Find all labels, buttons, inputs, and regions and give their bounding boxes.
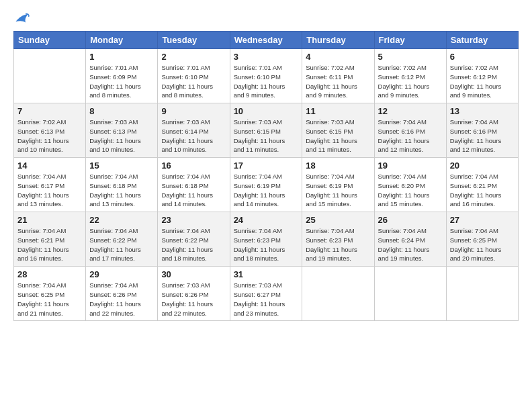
day-info: Sunrise: 7:04 AM Sunset: 6:18 PM Dayligh…	[161, 172, 226, 209]
day-number: 25	[306, 215, 370, 225]
calendar-cell: 16Sunrise: 7:04 AM Sunset: 6:18 PM Dayli…	[158, 158, 230, 212]
day-info: Sunrise: 7:04 AM Sunset: 6:16 PM Dayligh…	[378, 118, 443, 154]
calendar-cell: 19Sunrise: 7:04 AM Sunset: 6:20 PM Dayli…	[374, 158, 446, 212]
calendar-cell: 24Sunrise: 7:04 AM Sunset: 6:23 PM Dayli…	[230, 212, 302, 267]
day-info: Sunrise: 7:01 AM Sunset: 6:10 PM Dayligh…	[234, 63, 299, 100]
day-info: Sunrise: 7:04 AM Sunset: 6:16 PM Dayligh…	[450, 118, 515, 154]
day-number: 27	[450, 215, 515, 225]
calendar-cell: 15Sunrise: 7:04 AM Sunset: 6:18 PM Dayli…	[86, 158, 158, 212]
day-number: 31	[234, 269, 299, 279]
calendar-cell: 30Sunrise: 7:03 AM Sunset: 6:26 PM Dayli…	[158, 267, 230, 321]
day-number: 15	[89, 161, 154, 171]
day-info: Sunrise: 7:02 AM Sunset: 6:13 PM Dayligh…	[17, 118, 82, 154]
day-info: Sunrise: 7:04 AM Sunset: 6:21 PM Dayligh…	[450, 172, 515, 209]
day-info: Sunrise: 7:02 AM Sunset: 6:12 PM Dayligh…	[450, 63, 515, 100]
calendar-cell	[14, 49, 86, 103]
calendar-cell: 9Sunrise: 7:03 AM Sunset: 6:14 PM Daylig…	[158, 103, 230, 158]
calendar-cell: 20Sunrise: 7:04 AM Sunset: 6:21 PM Dayli…	[446, 158, 518, 212]
day-info: Sunrise: 7:03 AM Sunset: 6:14 PM Dayligh…	[161, 118, 226, 154]
day-number: 21	[17, 215, 82, 225]
day-info: Sunrise: 7:03 AM Sunset: 6:13 PM Dayligh…	[89, 118, 154, 154]
day-number: 19	[378, 161, 443, 171]
day-number: 10	[234, 106, 299, 116]
calendar-cell: 11Sunrise: 7:03 AM Sunset: 6:15 PM Dayli…	[302, 103, 374, 158]
day-info: Sunrise: 7:04 AM Sunset: 6:17 PM Dayligh…	[17, 172, 82, 209]
calendar-cell: 14Sunrise: 7:04 AM Sunset: 6:17 PM Dayli…	[14, 158, 86, 212]
day-number: 9	[161, 106, 226, 116]
day-number: 13	[450, 106, 515, 116]
day-info: Sunrise: 7:03 AM Sunset: 6:15 PM Dayligh…	[234, 118, 299, 154]
day-number: 2	[161, 52, 226, 62]
day-number: 23	[161, 215, 226, 225]
day-number: 7	[17, 106, 82, 116]
day-number: 11	[306, 106, 370, 116]
day-info: Sunrise: 7:04 AM Sunset: 6:24 PM Dayligh…	[378, 226, 443, 263]
day-number: 30	[161, 269, 226, 279]
day-info: Sunrise: 7:04 AM Sunset: 6:22 PM Dayligh…	[161, 226, 226, 263]
calendar-cell	[302, 267, 374, 321]
calendar-cell: 18Sunrise: 7:04 AM Sunset: 6:19 PM Dayli…	[302, 158, 374, 212]
day-info: Sunrise: 7:04 AM Sunset: 6:19 PM Dayligh…	[234, 172, 299, 209]
day-number: 4	[306, 52, 370, 62]
day-number: 16	[161, 161, 226, 171]
weekday-header: Saturday	[446, 32, 518, 49]
calendar-cell: 10Sunrise: 7:03 AM Sunset: 6:15 PM Dayli…	[230, 103, 302, 158]
weekday-header: Friday	[374, 32, 446, 49]
day-info: Sunrise: 7:04 AM Sunset: 6:23 PM Dayligh…	[306, 226, 370, 263]
calendar-cell: 29Sunrise: 7:04 AM Sunset: 6:26 PM Dayli…	[86, 267, 158, 321]
day-info: Sunrise: 7:04 AM Sunset: 6:26 PM Dayligh…	[89, 281, 154, 318]
day-number: 18	[306, 161, 370, 171]
weekday-header: Wednesday	[230, 32, 302, 49]
calendar: SundayMondayTuesdayWednesdayThursdayFrid…	[13, 31, 519, 321]
day-info: Sunrise: 7:04 AM Sunset: 6:23 PM Dayligh…	[234, 226, 299, 263]
calendar-cell: 28Sunrise: 7:04 AM Sunset: 6:25 PM Dayli…	[14, 267, 86, 321]
day-info: Sunrise: 7:04 AM Sunset: 6:25 PM Dayligh…	[450, 226, 515, 263]
day-info: Sunrise: 7:02 AM Sunset: 6:11 PM Dayligh…	[306, 63, 370, 100]
calendar-cell: 8Sunrise: 7:03 AM Sunset: 6:13 PM Daylig…	[86, 103, 158, 158]
day-info: Sunrise: 7:03 AM Sunset: 6:27 PM Dayligh…	[234, 281, 299, 318]
calendar-cell: 26Sunrise: 7:04 AM Sunset: 6:24 PM Dayli…	[374, 212, 446, 267]
day-number: 24	[234, 215, 299, 225]
day-number: 3	[234, 52, 299, 62]
calendar-cell: 22Sunrise: 7:04 AM Sunset: 6:22 PM Dayli…	[86, 212, 158, 267]
calendar-cell: 6Sunrise: 7:02 AM Sunset: 6:12 PM Daylig…	[446, 49, 518, 103]
header	[13, 12, 519, 24]
calendar-cell: 4Sunrise: 7:02 AM Sunset: 6:11 PM Daylig…	[302, 49, 374, 103]
day-number: 29	[89, 269, 154, 279]
day-number: 14	[17, 161, 82, 171]
day-info: Sunrise: 7:04 AM Sunset: 6:18 PM Dayligh…	[89, 172, 154, 209]
day-info: Sunrise: 7:03 AM Sunset: 6:26 PM Dayligh…	[161, 281, 226, 318]
day-number: 26	[378, 215, 443, 225]
calendar-cell: 17Sunrise: 7:04 AM Sunset: 6:19 PM Dayli…	[230, 158, 302, 212]
calendar-cell: 21Sunrise: 7:04 AM Sunset: 6:21 PM Dayli…	[14, 212, 86, 267]
day-info: Sunrise: 7:03 AM Sunset: 6:15 PM Dayligh…	[306, 118, 370, 154]
day-number: 8	[89, 106, 154, 116]
day-number: 6	[450, 52, 515, 62]
page: SundayMondayTuesdayWednesdayThursdayFrid…	[0, 0, 532, 328]
day-info: Sunrise: 7:04 AM Sunset: 6:25 PM Dayligh…	[17, 281, 82, 318]
calendar-cell: 12Sunrise: 7:04 AM Sunset: 6:16 PM Dayli…	[374, 103, 446, 158]
calendar-cell: 2Sunrise: 7:01 AM Sunset: 6:10 PM Daylig…	[158, 49, 230, 103]
day-number: 1	[89, 52, 154, 62]
calendar-cell	[446, 267, 518, 321]
calendar-cell: 13Sunrise: 7:04 AM Sunset: 6:16 PM Dayli…	[446, 103, 518, 158]
day-info: Sunrise: 7:04 AM Sunset: 6:19 PM Dayligh…	[306, 172, 370, 209]
calendar-cell: 1Sunrise: 7:01 AM Sunset: 6:09 PM Daylig…	[86, 49, 158, 103]
weekday-header: Thursday	[302, 32, 374, 49]
logo-bird-icon	[15, 12, 30, 24]
calendar-cell: 27Sunrise: 7:04 AM Sunset: 6:25 PM Dayli…	[446, 212, 518, 267]
weekday-header: Sunday	[14, 32, 86, 49]
logo	[13, 12, 30, 24]
weekday-header: Tuesday	[158, 32, 230, 49]
calendar-cell	[374, 267, 446, 321]
day-number: 28	[17, 269, 82, 279]
day-info: Sunrise: 7:04 AM Sunset: 6:20 PM Dayligh…	[378, 172, 443, 209]
day-info: Sunrise: 7:01 AM Sunset: 6:10 PM Dayligh…	[161, 63, 226, 100]
day-number: 20	[450, 161, 515, 171]
day-number: 12	[378, 106, 443, 116]
day-number: 5	[378, 52, 443, 62]
day-info: Sunrise: 7:04 AM Sunset: 6:21 PM Dayligh…	[17, 226, 82, 263]
calendar-cell: 25Sunrise: 7:04 AM Sunset: 6:23 PM Dayli…	[302, 212, 374, 267]
calendar-cell: 31Sunrise: 7:03 AM Sunset: 6:27 PM Dayli…	[230, 267, 302, 321]
day-number: 17	[234, 161, 299, 171]
